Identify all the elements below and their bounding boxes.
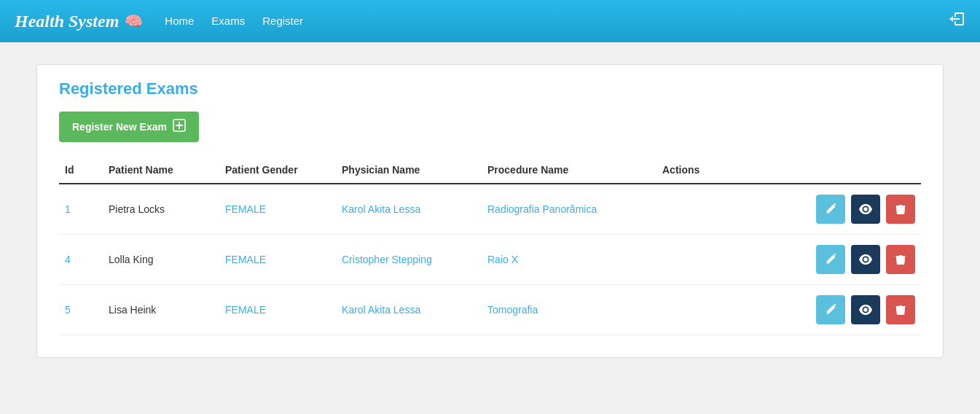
table-header: Id Patient Name Patient Gender Physician… (59, 157, 921, 184)
nav-register[interactable]: Register (262, 15, 303, 27)
table-row: 1 Pietra Locks FEMALE Karol Akita Lessa … (59, 184, 921, 235)
action-buttons (662, 245, 915, 274)
brand-text: Health System (15, 12, 119, 31)
cell-procedure: Radiografia Panorâmica (482, 184, 656, 235)
brain-icon: 🧠 (125, 12, 143, 30)
nav-home[interactable]: Home (165, 15, 194, 27)
action-buttons (662, 195, 915, 224)
cell-patient-name: Lisa Heink (103, 285, 219, 335)
delete-button[interactable] (886, 245, 915, 274)
table-row: 5 Lisa Heink FEMALE Karol Akita Lessa To… (59, 285, 921, 335)
cell-gender: FEMALE (219, 184, 336, 235)
view-button[interactable] (851, 245, 880, 274)
page-title: Registered Exams (59, 79, 921, 98)
cell-procedure: Raio X (482, 235, 656, 285)
navbar: Health System 🧠 Home Exams Register (0, 0, 980, 42)
exams-table: Id Patient Name Patient Gender Physician… (59, 157, 921, 335)
cell-physician: Karol Akita Lessa (336, 184, 482, 235)
plus-square-icon (173, 119, 186, 135)
navbar-nav: Home Exams Register (165, 15, 303, 28)
action-buttons (662, 295, 915, 324)
col-physician-name: Physician Name (336, 157, 482, 184)
delete-button[interactable] (886, 295, 915, 324)
register-new-exam-button[interactable]: Register New Exam (59, 112, 199, 142)
cell-id: 4 (59, 235, 103, 285)
table-row: 4 Lolla King FEMALE Cristopher Stepping … (59, 235, 921, 285)
cell-gender: FEMALE (219, 285, 336, 335)
col-patient-gender: Patient Gender (219, 157, 336, 184)
edit-button[interactable] (816, 245, 845, 274)
cell-patient-name: Pietra Locks (103, 184, 219, 235)
edit-button[interactable] (816, 195, 845, 224)
cell-gender: FEMALE (219, 235, 336, 285)
delete-button[interactable] (886, 195, 915, 224)
cell-physician: Karol Akita Lessa (336, 285, 482, 335)
cell-id: 5 (59, 285, 103, 335)
col-actions: Actions (656, 157, 921, 184)
main-content: Registered Exams Register New Exam Id Pa… (0, 42, 980, 380)
cell-actions (656, 235, 921, 285)
cell-physician: Cristopher Stepping (336, 235, 482, 285)
navbar-brand: Health System 🧠 (15, 12, 143, 31)
nav-exams[interactable]: Exams (211, 15, 245, 27)
edit-button[interactable] (816, 295, 845, 324)
cell-actions (656, 184, 921, 235)
view-button[interactable] (851, 295, 880, 324)
view-button[interactable] (851, 195, 880, 224)
register-button-label: Register New Exam (72, 121, 167, 133)
cell-patient-name: Lolla King (103, 235, 219, 285)
col-id: Id (59, 157, 103, 184)
col-patient-name: Patient Name (103, 157, 219, 184)
col-procedure-name: Procedure Name (482, 157, 656, 184)
card: Registered Exams Register New Exam Id Pa… (36, 64, 944, 358)
logout-button[interactable] (948, 10, 965, 32)
cell-procedure: Tomografia (482, 285, 656, 335)
table-body: 1 Pietra Locks FEMALE Karol Akita Lessa … (59, 184, 921, 335)
cell-actions (656, 285, 921, 335)
cell-id: 1 (59, 184, 103, 235)
